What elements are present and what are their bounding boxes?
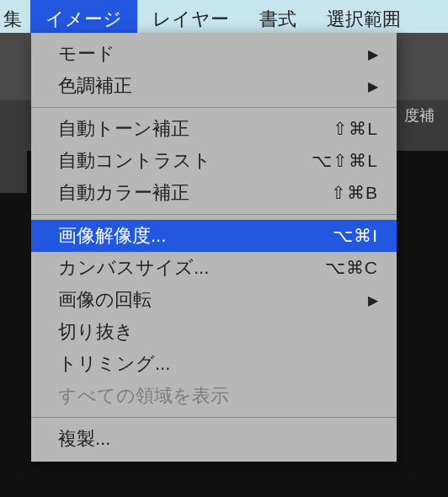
- menu-item-shortcut: ⌥⇧⌘L: [312, 151, 378, 171]
- menubar-item-label: イメージ: [45, 7, 122, 32]
- menu-item[interactable]: 自動トーン補正⇧⌘L: [31, 113, 397, 145]
- menu-item-label: 画像の回転: [58, 287, 368, 313]
- menu-item[interactable]: 画像の回転▶: [31, 284, 397, 316]
- menubar-item-label: 書式: [259, 7, 296, 32]
- menu-item[interactable]: 複製...: [31, 423, 397, 455]
- menu-item-label: 自動コントラスト: [58, 148, 312, 174]
- menu-item-label: カンバスサイズ...: [58, 255, 325, 281]
- menubar-item-label: レイヤー: [152, 7, 229, 32]
- submenu-arrow-icon: ▶: [368, 78, 378, 94]
- menu-item: すべての領域を表示: [31, 380, 397, 412]
- menu-item-shortcut: ⇧⌘B: [331, 183, 378, 203]
- menu-item-shortcut: ⌥⌘I: [333, 226, 378, 246]
- menu-item-label: 複製...: [58, 426, 378, 452]
- toolbar-fragment-text: 度補: [404, 107, 435, 124]
- menu-item[interactable]: 切り抜き: [31, 316, 397, 348]
- menu-item[interactable]: トリミング...: [31, 348, 397, 380]
- menu-item[interactable]: カンバスサイズ...⌥⌘C: [31, 252, 397, 284]
- menu-item[interactable]: 自動コントラスト⌥⇧⌘L: [31, 145, 397, 177]
- menubar-item-label: 選択範囲: [327, 7, 401, 32]
- menu-item-label: 色調補正: [58, 73, 368, 99]
- submenu-arrow-icon: ▶: [368, 292, 378, 308]
- menu-item-label: 自動カラー補正: [58, 180, 331, 206]
- submenu-arrow-icon: ▶: [368, 46, 378, 62]
- menubar-item-label: 集: [3, 7, 22, 32]
- menu-item[interactable]: 自動カラー補正⇧⌘B: [31, 177, 397, 209]
- menu-item[interactable]: 色調補正▶: [31, 70, 397, 102]
- menubar-item-0[interactable]: 集: [0, 0, 30, 33]
- menu-item[interactable]: 画像解像度...⌥⌘I: [31, 220, 397, 252]
- menu-item-shortcut: ⇧⌘L: [333, 119, 378, 139]
- menubar-item-2[interactable]: レイヤー: [137, 0, 244, 33]
- menu-item-label: すべての領域を表示: [58, 383, 378, 409]
- menubar: 集イメージレイヤー書式選択範囲: [0, 0, 448, 33]
- menubar-item-3[interactable]: 書式: [244, 0, 312, 33]
- menu-separator: [31, 417, 397, 418]
- menubar-item-4[interactable]: 選択範囲: [312, 0, 416, 33]
- menu-item-label: 自動トーン補正: [58, 116, 333, 142]
- menu-separator: [31, 107, 397, 108]
- menu-item-shortcut: ⌥⌘C: [325, 258, 378, 278]
- left-sidebar-fragment: [0, 151, 27, 193]
- menu-item[interactable]: モード▶: [31, 38, 397, 70]
- menu-item-label: 画像解像度...: [58, 223, 333, 248]
- menu-item-label: トリミング...: [58, 351, 378, 377]
- menu-item-label: 切り抜き: [58, 319, 378, 345]
- menu-item-label: モード: [58, 41, 368, 67]
- menu-separator: [31, 214, 397, 215]
- menubar-item-1[interactable]: イメージ: [30, 0, 137, 33]
- image-menu-dropdown: モード▶色調補正▶自動トーン補正⇧⌘L自動コントラスト⌥⇧⌘L自動カラー補正⇧⌘…: [31, 33, 397, 462]
